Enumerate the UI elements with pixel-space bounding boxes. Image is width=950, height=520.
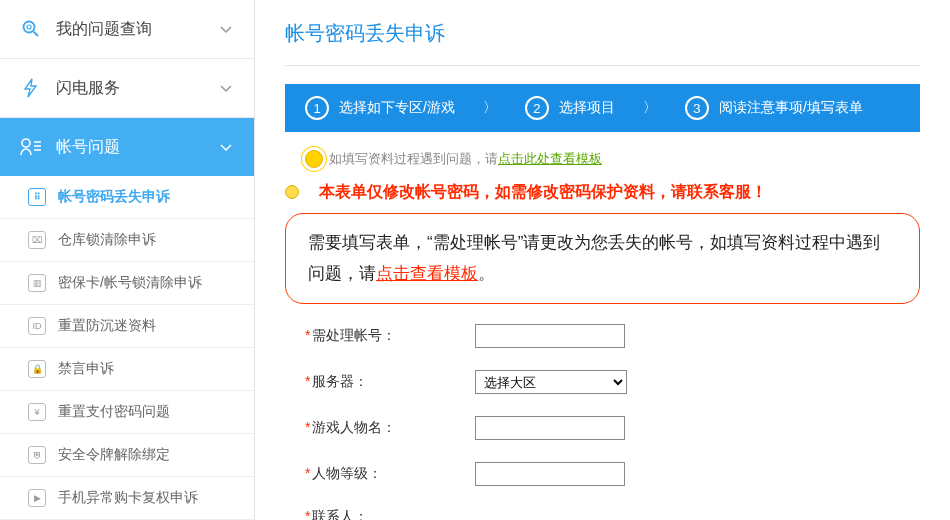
character-name-input[interactable]	[475, 416, 625, 440]
sidebar-item-unbind-token[interactable]: ⛨ 安全令牌解除绑定	[0, 434, 254, 477]
sidebar-item-mute-appeal[interactable]: 🔒 禁言申诉	[0, 348, 254, 391]
sidebar-section-account: 帐号问题 ⠿ 帐号密码丢失申诉 ⌧ 仓库锁清除申诉 ▥ 密保卡/帐号锁清除申诉 …	[0, 118, 254, 520]
chevron-down-icon	[218, 80, 234, 96]
id-icon: ID	[28, 317, 46, 335]
form-label: *服务器：	[295, 373, 475, 391]
step-number: 1	[305, 96, 329, 120]
form-row-contact: *联系人：	[295, 508, 920, 520]
chevron-down-icon	[218, 139, 234, 155]
warning-line: 本表单仅修改帐号密码，如需修改密码保护资料，请联系客服！	[285, 176, 920, 203]
character-level-input[interactable]	[475, 462, 625, 486]
sidebar: 我的问题查询 闪电服务 帐号问题	[0, 0, 255, 520]
chevron-down-icon	[218, 21, 234, 37]
sidebar-header-label: 帐号问题	[56, 137, 218, 158]
sidebar-header-label: 我的问题查询	[56, 19, 218, 40]
form-label: *需处理帐号：	[295, 327, 475, 345]
step-label: 阅读注意事项/填写表单	[719, 99, 863, 117]
step-3: 3 阅读注意事项/填写表单	[665, 96, 883, 120]
step-label: 选择项目	[559, 99, 615, 117]
sidebar-item-password-appeal[interactable]: ⠿ 帐号密码丢失申诉	[0, 176, 254, 219]
pay-icon: ¥	[28, 403, 46, 421]
account-input[interactable]	[475, 324, 625, 348]
form-label: *联系人：	[295, 508, 475, 520]
magnifier-icon	[20, 18, 42, 40]
notice-text-post: 。	[478, 264, 495, 283]
lightning-icon	[20, 77, 42, 99]
form-row-level: *人物等级：	[295, 462, 920, 486]
shield-icon: ⛨	[28, 446, 46, 464]
sidebar-item-label: 帐号密码丢失申诉	[58, 188, 170, 206]
lock-icon: 🔒	[28, 360, 46, 378]
step-label: 选择如下专区/游戏	[339, 99, 455, 117]
server-select[interactable]: 选择大区	[475, 370, 627, 394]
svg-point-2	[27, 25, 31, 29]
sidebar-header-label: 闪电服务	[56, 78, 218, 99]
sidebar-item-label: 重置防沉迷资料	[58, 317, 156, 335]
sidebar-header-queries[interactable]: 我的问题查询	[0, 0, 254, 58]
sidebar-item-reset-pay[interactable]: ¥ 重置支付密码问题	[0, 391, 254, 434]
sidebar-section-flash: 闪电服务	[0, 59, 254, 118]
svg-point-0	[24, 22, 35, 33]
account-icon	[20, 136, 42, 158]
step-1: 1 选择如下专区/游戏	[285, 96, 475, 120]
tip-prefix: 如填写资料过程遇到问题，请	[329, 150, 498, 168]
page-title: 帐号密码丢失申诉	[285, 0, 920, 66]
form-row-server: *服务器： 选择大区	[295, 370, 920, 394]
svg-point-3	[22, 139, 30, 147]
tip-line: 如填写资料过程遇到问题，请 点击此处查看模板	[305, 150, 920, 168]
box-icon: ⌧	[28, 231, 46, 249]
form-label: *游戏人物名：	[295, 419, 475, 437]
sidebar-item-phone-purchase[interactable]: ▶ 手机异常购卡复权申诉	[0, 477, 254, 520]
sidebar-account-items: ⠿ 帐号密码丢失申诉 ⌧ 仓库锁清除申诉 ▥ 密保卡/帐号锁清除申诉 ID 重置…	[0, 176, 254, 520]
step-2: 2 选择项目	[505, 96, 635, 120]
step-bar: 1 选择如下专区/游戏 〉 2 选择项目 〉 3 阅读注意事项/填写表单	[285, 84, 920, 132]
main-content: 帐号密码丢失申诉 1 选择如下专区/游戏 〉 2 选择项目 〉 3 阅读注意事项…	[255, 0, 950, 520]
phone-icon: ▶	[28, 489, 46, 507]
grid-icon: ⠿	[28, 188, 46, 206]
sidebar-section-queries: 我的问题查询	[0, 0, 254, 59]
form-label: *人物等级：	[295, 465, 475, 483]
sidebar-item-reset-addiction[interactable]: ID 重置防沉迷资料	[0, 305, 254, 348]
step-number: 3	[685, 96, 709, 120]
sidebar-header-flash[interactable]: 闪电服务	[0, 59, 254, 117]
form: *需处理帐号： *服务器： 选择大区 *游戏人物名： *人物等级： *联系人：	[285, 324, 920, 520]
notice-template-link[interactable]: 点击查看模板	[376, 264, 478, 283]
sidebar-item-label: 重置支付密码问题	[58, 403, 170, 421]
sidebar-header-account[interactable]: 帐号问题	[0, 118, 254, 176]
sidebar-item-security-card[interactable]: ▥ 密保卡/帐号锁清除申诉	[0, 262, 254, 305]
step-number: 2	[525, 96, 549, 120]
sidebar-item-label: 安全令牌解除绑定	[58, 446, 170, 464]
sidebar-item-label: 仓库锁清除申诉	[58, 231, 156, 249]
chevron-right-icon: 〉	[475, 99, 505, 117]
sidebar-item-label: 禁言申诉	[58, 360, 114, 378]
notice-box: 需要填写表单，“需处理帐号”请更改为您丢失的帐号，如填写资料过程中遇到问题，请点…	[285, 213, 920, 304]
sidebar-item-label: 密保卡/帐号锁清除申诉	[58, 274, 202, 292]
bulb-icon	[285, 185, 299, 199]
svg-line-1	[34, 32, 39, 37]
warning-text: 本表单仅修改帐号密码，如需修改密码保护资料，请联系客服！	[319, 182, 767, 203]
chevron-right-icon: 〉	[635, 99, 665, 117]
card-icon: ▥	[28, 274, 46, 292]
sidebar-item-label: 手机异常购卡复权申诉	[58, 489, 198, 507]
tip-template-link[interactable]: 点击此处查看模板	[498, 150, 602, 168]
form-row-account: *需处理帐号：	[295, 324, 920, 348]
form-row-charname: *游戏人物名：	[295, 416, 920, 440]
sidebar-item-warehouse-lock[interactable]: ⌧ 仓库锁清除申诉	[0, 219, 254, 262]
sun-icon	[305, 150, 323, 168]
